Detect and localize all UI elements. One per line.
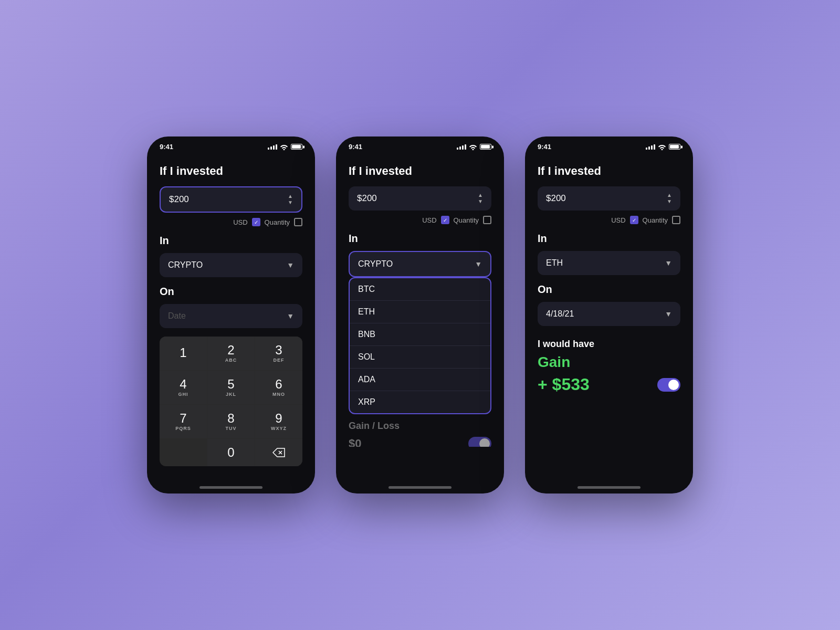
toggle-2[interactable] <box>468 437 491 447</box>
chevron-down-icon-3: ▼ <box>665 259 672 267</box>
key-backspace[interactable] <box>255 439 302 466</box>
amount-input-2[interactable]: $200 ▲ ▼ <box>349 186 491 211</box>
gain-loss-value-2: $0 <box>349 437 361 447</box>
dropdown-item-bnb[interactable]: BNB <box>350 323 490 346</box>
gain-label-3: Gain <box>538 354 680 371</box>
dropdown-item-xrp[interactable]: XRP <box>350 391 490 413</box>
crypto-select-2[interactable]: CRYPTO ▼ <box>349 251 491 277</box>
signal-icon-1 <box>268 144 277 150</box>
toggle-3[interactable] <box>657 378 680 392</box>
usd-label-1: USD <box>233 218 247 226</box>
chevron-down-icon-date-1: ▼ <box>287 312 294 320</box>
quantity-label-1: Quantity <box>265 218 290 226</box>
usd-checkbox-2[interactable] <box>441 216 449 224</box>
amount-input-3[interactable]: $200 ▲ ▼ <box>538 186 680 211</box>
status-bar-3: 9:41 <box>525 136 693 154</box>
time-2: 9:41 <box>349 143 362 151</box>
updown-icon-3[interactable]: ▲ ▼ <box>667 193 672 204</box>
on-label-3: On <box>538 284 680 296</box>
date-value-3: 4/18/21 <box>546 309 574 319</box>
phone-3: 9:41 If I invested $200 ▲ ▼ USD Quantity <box>525 136 693 494</box>
wifi-icon-1 <box>280 144 288 150</box>
gain-loss-title-2: Gain / Loss <box>349 421 491 432</box>
key-empty <box>160 439 207 466</box>
crypto-value-1: CRYPTO <box>168 260 203 270</box>
in-label-3: In <box>538 233 680 245</box>
quantity-checkbox-1[interactable] <box>294 218 302 226</box>
page-title-2: If I invested <box>349 164 491 178</box>
dropdown-item-sol[interactable]: SOL <box>350 346 490 369</box>
key-1[interactable]: 1 <box>160 337 207 370</box>
page-title-3: If I invested <box>538 164 680 178</box>
status-icons-3 <box>646 144 680 150</box>
usd-checkbox-3[interactable] <box>630 216 638 224</box>
amount-value-1: $200 <box>169 194 189 205</box>
key-9[interactable]: 9WXYZ <box>255 405 302 438</box>
would-have-title-3: I would have <box>538 339 680 350</box>
time-3: 9:41 <box>538 143 551 151</box>
crypto-dropdown-list-2: BTC ETH BNB SOL ADA XRP <box>349 277 491 414</box>
home-indicator-2 <box>336 481 504 494</box>
updown-icon-2[interactable]: ▲ ▼ <box>478 193 483 204</box>
quantity-label-3: Quantity <box>643 216 668 224</box>
currency-options-1: USD Quantity <box>160 218 302 226</box>
dropdown-item-eth[interactable]: ETH <box>350 301 490 323</box>
usd-label-3: USD <box>611 216 625 224</box>
status-icons-1 <box>268 144 302 150</box>
key-8[interactable]: 8TUV <box>207 405 255 438</box>
dropdown-item-btc[interactable]: BTC <box>350 278 490 301</box>
date-select-1[interactable]: Date ▼ <box>160 304 302 328</box>
amount-value-2: $200 <box>357 193 377 204</box>
in-label-2: In <box>349 233 491 245</box>
wifi-icon-3 <box>658 144 666 150</box>
updown-icon-1[interactable]: ▲ ▼ <box>288 194 293 205</box>
status-icons-2 <box>457 144 491 150</box>
crypto-select-1[interactable]: CRYPTO ▼ <box>160 253 302 277</box>
key-6[interactable]: 6MNO <box>255 371 302 404</box>
in-label-1: In <box>160 235 302 247</box>
gain-amount-row-3: + $533 <box>538 375 680 394</box>
phone-2: 9:41 If I invested $200 ▲ ▼ USD Quantity <box>336 136 504 494</box>
crypto-select-3[interactable]: ETH ▼ <box>538 251 680 275</box>
usd-checkbox-1[interactable] <box>252 218 260 226</box>
battery-icon-3 <box>669 144 680 150</box>
home-indicator-3 <box>525 481 693 494</box>
status-bar-1: 9:41 <box>147 136 315 154</box>
usd-label-2: USD <box>422 216 436 224</box>
currency-options-2: USD Quantity <box>349 216 491 224</box>
date-placeholder-1: Date <box>168 311 186 321</box>
battery-icon-2 <box>480 144 491 150</box>
page-title-1: If I invested <box>160 164 302 178</box>
on-label-1: On <box>160 286 302 298</box>
home-indicator-1 <box>147 481 315 494</box>
phone-1: 9:41 If I invested $200 ▲ ▼ USD Quantity <box>147 136 315 494</box>
currency-options-3: USD Quantity <box>538 216 680 224</box>
key-7[interactable]: 7PQRS <box>160 405 207 438</box>
time-1: 9:41 <box>160 143 173 151</box>
amount-input-1[interactable]: $200 ▲ ▼ <box>160 186 302 213</box>
key-3[interactable]: 3DEF <box>255 337 302 370</box>
wifi-icon-2 <box>469 144 477 150</box>
crypto-value-3: ETH <box>546 258 563 268</box>
key-2[interactable]: 2ABC <box>207 337 255 370</box>
battery-icon-1 <box>291 144 302 150</box>
key-0[interactable]: 0 <box>207 439 255 466</box>
numpad-1: 1 2ABC 3DEF 4GHI 5JKL 6MNO 7PQRS 8TUV 9W… <box>160 337 302 466</box>
signal-icon-3 <box>646 144 655 150</box>
chevron-down-icon-date-3: ▼ <box>665 310 672 318</box>
dropdown-item-ada[interactable]: ADA <box>350 369 490 391</box>
amount-value-3: $200 <box>546 193 566 204</box>
key-5[interactable]: 5JKL <box>207 371 255 404</box>
quantity-checkbox-2[interactable] <box>483 216 491 224</box>
signal-icon-2 <box>457 144 466 150</box>
chevron-down-icon-2: ▼ <box>475 260 482 268</box>
gain-amount-3: + $533 <box>538 375 590 394</box>
status-bar-2: 9:41 <box>336 136 504 154</box>
gain-loss-row-2: $0 <box>349 437 491 447</box>
quantity-label-2: Quantity <box>454 216 479 224</box>
quantity-checkbox-3[interactable] <box>672 216 680 224</box>
key-4[interactable]: 4GHI <box>160 371 207 404</box>
crypto-value-2: CRYPTO <box>358 259 393 269</box>
chevron-down-icon-1: ▼ <box>287 261 294 269</box>
date-select-3[interactable]: 4/18/21 ▼ <box>538 302 680 326</box>
